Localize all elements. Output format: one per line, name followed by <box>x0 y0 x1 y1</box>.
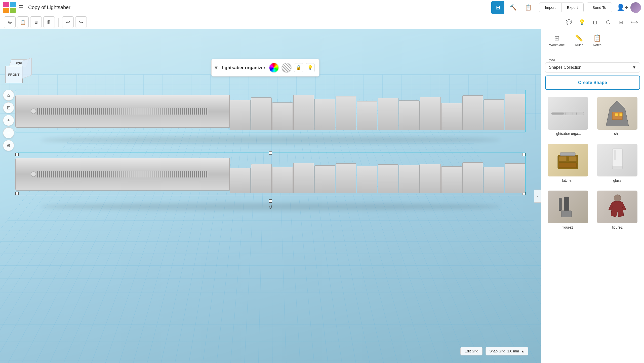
selection-handle-tl[interactable] <box>15 153 19 156</box>
ls-tooth <box>272 102 293 130</box>
collection-selector[interactable]: Shapes Collection ▼ <box>545 62 640 72</box>
ls-handle-top <box>15 95 230 128</box>
shape-name-figure2: figure2 <box>612 225 623 229</box>
ls-tooth <box>484 99 504 130</box>
ls-tooth <box>230 168 251 193</box>
avatar[interactable] <box>630 2 641 13</box>
undo-button[interactable]: ↩ <box>62 16 74 28</box>
light-button[interactable]: 💡 <box>576 16 588 28</box>
ls-tooth <box>336 96 356 130</box>
perspective-button[interactable]: ⊕ <box>3 140 14 151</box>
stripe-color-button[interactable] <box>281 63 292 73</box>
lock-button[interactable]: 🔓 <box>294 63 303 72</box>
ls-tooth <box>230 100 251 130</box>
you-label: you <box>545 54 640 62</box>
svg-rect-13 <box>559 163 577 168</box>
ls-tooth <box>293 163 314 193</box>
grid-button[interactable]: ⊟ <box>615 16 627 28</box>
toolbar-divider <box>58 18 59 27</box>
fit-view-button[interactable]: ⊡ <box>3 102 14 113</box>
tinkercad-logo[interactable] <box>3 2 16 13</box>
svg-rect-11 <box>559 156 567 161</box>
snap-grid-value[interactable]: 1.0 mm <box>507 349 519 353</box>
menu-icon[interactable]: ☰ <box>19 4 24 11</box>
lightsaber-shape-bottom[interactable]: ↺ <box>15 153 526 195</box>
zoom-out-button[interactable]: − <box>3 127 14 138</box>
shape-item-kitchen[interactable]: kitchen <box>545 142 591 185</box>
export-button[interactable]: Export <box>561 3 583 12</box>
svg-rect-17 <box>612 166 622 169</box>
shape-button[interactable]: ◻ <box>589 16 601 28</box>
view-cube[interactable]: TOP FRONT <box>5 59 33 87</box>
ls-tooth <box>293 95 314 130</box>
ls-tooth <box>378 164 398 193</box>
color-picker-button[interactable] <box>269 63 279 73</box>
tab-notes[interactable]: 📋 Notes <box>589 32 606 50</box>
shape-thumb-glass <box>597 144 637 176</box>
ls-tooth <box>399 100 420 130</box>
create-shape-button[interactable]: Create Shape <box>545 76 640 90</box>
another-shape-button[interactable]: ⬡ <box>602 16 614 28</box>
ls-shadow-bottom <box>41 203 500 210</box>
import-button[interactable]: Import <box>539 3 561 12</box>
hammer-button[interactable]: 🔨 <box>506 1 519 14</box>
shape-item-figure[interactable]: figure2 <box>595 189 640 231</box>
tab-ruler[interactable]: 📏 Ruler <box>571 32 587 50</box>
lightsaber-shape-top[interactable] <box>15 90 526 132</box>
context-panel: ▼ lightsaber organizer 🔓 💡 <box>211 59 319 77</box>
zoom-in-button[interactable]: + <box>3 115 14 126</box>
svg-rect-19 <box>561 211 572 217</box>
context-dropdown[interactable]: ▼ <box>214 65 219 71</box>
shape-item-ship[interactable]: ship <box>595 95 640 138</box>
viewport-expand-arrow[interactable]: › <box>534 190 541 203</box>
clipboard-button[interactable]: 📋 <box>521 1 535 14</box>
snap-grid-arrow[interactable]: ▲ <box>521 349 525 353</box>
selection-handle-bl[interactable] <box>15 192 19 195</box>
shape-thumb-kitchen <box>548 144 588 176</box>
svg-rect-1 <box>551 113 564 115</box>
ls-tooth <box>420 97 441 130</box>
view-cube-front[interactable]: FRONT <box>5 66 23 83</box>
import-export-area: Import Export <box>539 3 584 12</box>
paste-button[interactable]: 📋 <box>17 16 29 28</box>
delete-button[interactable]: 🗑 <box>43 16 55 28</box>
add-user-icon[interactable]: 👤+ <box>617 4 628 11</box>
ls-tooth <box>357 166 377 193</box>
logo-area: ☰ Copy of Lightsaber <box>3 2 70 13</box>
viewport[interactable]: ↺ <box>0 29 541 363</box>
light-toggle-button[interactable]: 💡 <box>306 63 315 72</box>
view-cube-right[interactable] <box>22 58 32 79</box>
comment-button[interactable]: 💬 <box>563 16 575 28</box>
svg-rect-8 <box>615 113 618 116</box>
duplicate-button[interactable]: ⧈ <box>30 16 42 28</box>
grid-view-button[interactable]: ⊞ <box>491 1 504 14</box>
shape-item-lightsaber[interactable]: lightsaber orga... <box>545 95 591 138</box>
ls-tooth <box>505 94 525 130</box>
shape-thumb-dark <box>548 191 588 223</box>
main: ↺ <box>0 29 644 363</box>
selection-handle-bm[interactable] <box>269 199 272 203</box>
svg-rect-14 <box>560 153 575 156</box>
project-title[interactable]: Copy of Lightsaber <box>28 5 70 10</box>
logo-k <box>10 8 16 13</box>
mirror-button[interactable]: ⟺ <box>628 16 640 28</box>
canvas-area[interactable]: ↺ <box>0 29 541 363</box>
edit-grid-button[interactable]: Edit Grid <box>460 347 482 355</box>
lightsaber-shape-area: ↺ <box>15 80 526 226</box>
ruler-icon: 📏 <box>575 34 583 42</box>
user-area: 👤+ <box>617 2 641 13</box>
selection-handle-tm[interactable] <box>269 151 272 155</box>
shape-item-dark[interactable]: figure1 <box>545 189 591 231</box>
ls-circle-1 <box>31 108 36 114</box>
ls-tooth <box>314 165 335 193</box>
ls-tooth <box>420 164 441 193</box>
home-view-button[interactable]: ⌂ <box>3 90 14 101</box>
tab-workplane[interactable]: ⊞ Workplane <box>545 32 569 50</box>
ls-tooth <box>484 167 504 193</box>
new-workplane-button[interactable]: ⊕ <box>4 16 16 28</box>
nav-buttons: ⌂ ⊡ + − ⊕ <box>3 90 14 151</box>
send-to-button[interactable]: Send To <box>587 3 612 12</box>
redo-button[interactable]: ↪ <box>75 16 87 28</box>
shape-item-glass[interactable]: glass <box>595 142 640 185</box>
ls-blade-top <box>230 92 526 130</box>
